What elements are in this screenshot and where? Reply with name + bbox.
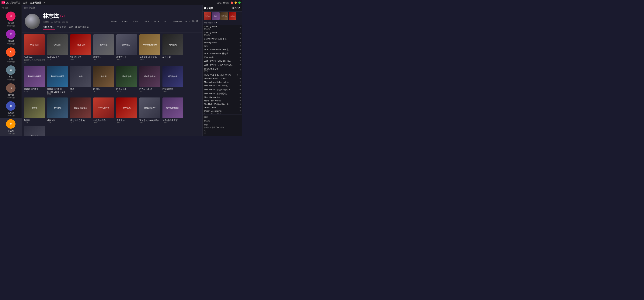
playlist-item-1[interactable]: Coming Home林志炫0 [202,31,242,37]
playlist-item-16[interactable]: Miss Mama - 蒙娜丽莎的...0 [202,92,242,96]
maximize-window-btn[interactable] [238,1,240,4]
playlist-item-10[interactable]: 追寻伦敦星空下19960 [202,67,242,73]
playlist-item-duration-9: 0 [240,64,240,66]
sidebar-artist-6[interactable]: 林林志炫22 张专辑 [0,118,22,136]
playlist-item-3[interactable]: Feeling Good0 [202,41,242,44]
album-item-9[interactable]: 如许如许2021 [70,66,91,95]
sidebar-artist-2[interactable]: 孙孙露23 张专辑 [0,46,22,64]
album-item-4[interactable]: 擦声而过 2擦声而过 22008 [116,34,137,64]
tab-more-albums[interactable]: 更多专辑 [57,25,66,30]
filter-2000s[interactable]: 2000s [121,20,128,23]
playlist-item-5[interactable]: I Can Wait Forever ONE取...0 [202,48,242,51]
tab-info[interactable]: 信息 [68,25,73,30]
filter-pop[interactable]: Pop [164,20,170,23]
sidebar-artist-1[interactable]: 邓邓咏琪22 张专辑 [0,28,22,46]
album-title-12: 时光音乐会S1 [140,88,160,90]
playlist-thumb-3[interactable]: 台北... [229,12,236,20]
artist-avatar-5: 张 [6,101,16,111]
playlist-thumb-1[interactable]: 认错 [212,12,220,20]
tab-similar[interactable]: 相似的演出者 [75,25,89,30]
playlist-item-0[interactable]: Coming Home林志炫0 [202,25,242,31]
filter-tags: 1990s · 2000s · 2010s · 2020s · None · P… [110,19,199,23]
nav-wuwei[interactable]: 文武贝 钢琴曲 [6,1,20,4]
sidebar-artist-4[interactable]: 徐徐小凤22 张专辑 [0,82,22,100]
album-cover-inner-10: 散了吧 [93,66,114,87]
album-item-15[interactable]: 瞬间永恒瞬间永恒2015 [47,97,68,124]
playlist-item-19[interactable]: The Night We Said Goodb...0 [202,102,242,106]
album-item-3[interactable]: 擦声而过擦声而过2001 [93,34,114,64]
album-item-5[interactable]: 单身情歌 超炫精单身情歌 超炫精选2008 [140,34,160,64]
playlist-item-13[interactable]: Making Love Out of Nothi...0 [202,80,242,84]
nav-add[interactable]: + [44,1,46,4]
playlist-item-sub-10: 1996 [204,70,239,72]
album-sub-0: 公视音乐万万岁电视演唱会 [24,58,45,64]
locate-btn[interactable]: 定位 [217,1,222,4]
sidebar-artist-0[interactable]: 杨杨丞琳24 张专辑 [0,10,22,28]
playlist-thumb-2[interactable]: 天天天... [220,12,228,20]
album-item-7[interactable]: 蒙娜丽莎的眼泪蒙娜丽莎的眼泪2008 [24,66,45,95]
filter-none[interactable]: None [153,20,160,23]
album-cover-17: 一个人的样子 [93,97,114,118]
playlist-item-7[interactable]: I Surrender0 [202,55,242,59]
minimize-window-btn[interactable] [234,1,237,4]
playlist-thumb-0[interactable]: 迫也... [204,12,211,20]
album-item-11[interactable]: 时光音乐会时光音乐会2023 [116,66,137,95]
album-item-13[interactable]: 时间的味道时间的味道2002 [162,66,183,95]
right-panel-tabs: 播放列表 [232,6,240,10]
playlist-item-4[interactable]: Fire0 [202,44,242,48]
close-window-btn[interactable] [231,1,233,4]
artist-name-title[interactable]: 林志炫 [223,1,229,4]
album-cover-inner-19: 至情志炫 200 [140,97,160,118]
filter-linzhixuan[interactable]: 林志炫 [191,19,199,23]
artist-avatar-inner [25,14,40,29]
album-item-12[interactable]: 时光音乐会S1时光音乐会S12021 [140,66,160,95]
filter-2010s[interactable]: 2010s [132,20,140,23]
album-item-18[interactable]: 原声之旅原声之旅2005 [116,97,137,124]
sidebar-artist-3[interactable]: 万万芳23 张专辑 [0,64,22,82]
nav-browser[interactable]: 音乐浏览器 [30,1,42,4]
album-item-20[interactable]: 追寻·伦敦星空下追寻·伦敦星空下1996 [162,97,183,124]
album-item-8[interactable]: 蒙娜丽莎的眼泪 蒙娜丽莎的眼泪 (Mona Lisa's Tear):1998 [47,66,68,95]
nav-music[interactable]: 音乐 [23,1,28,4]
album-item-0[interactable]: ONE takeONE take公视音乐万万岁电视演唱会 [24,34,45,64]
album-item-16[interactable]: 我忘了我已老去我忘了我已老去2023 [70,97,91,124]
playlist-item-title-11: FLAC 44.1 kHz, 725k, 全专辑 [204,73,236,76]
playlist-item-8[interactable]: Just For You - ONE take 公...0 [202,59,242,63]
album-item-2[interactable]: TRUE LIVTRUE LIVE1999 [70,34,91,64]
sidebar-artist-5[interactable]: 张张韶涵23 张专辑 [0,100,22,118]
album-item-19[interactable]: 至情志炫 200至情志炫 2004演唱会2004 [140,97,160,124]
sub-nav-item-0[interactable]: 演出者信息 [24,6,35,9]
artist-sub-2: 23 张专辑 [6,60,15,63]
tab-albums[interactable]: 专辑 & 统计 [43,25,55,30]
album-item-21[interactable]: 醉梦前生醉梦前生2019 [24,126,45,136]
playlist-item-2[interactable]: Easy Lover (feat. 游宇书)0 [202,37,242,41]
playlist-item-12[interactable]: Love Will Keeps Us Alive0 [202,77,242,80]
playlist-item-6[interactable]: I Can Wait Forever 林志炫...0 [202,51,242,55]
album-cover-8: 蒙娜丽莎的眼泪 [47,66,68,87]
album-item-14[interactable]: 熟情歌熟情歌2005 [24,97,45,124]
playlist-item-duration-2: 0 [240,38,240,40]
album-cover-inner-4: 擦声而过 2 [116,34,137,55]
right-tab-playlist[interactable]: 播放列表 [232,6,240,10]
playlist-item-9[interactable]: Just For You - 公视万万岁 [20...0 [202,63,242,67]
playlist-item-20[interactable]: Ocean Deep0 [202,106,242,109]
playlist-item-14[interactable]: Miss Mama - ONE take 公...0 [202,84,242,88]
album-item-17[interactable]: 一个人的样子一个人的样子1995 [93,97,114,124]
playlist-item-title-19: The Night We Said Goodb... [204,103,239,105]
album-item-10[interactable]: 散了吧散了吧2013 [93,66,114,95]
album-item-6[interactable]: 绝对收藏绝对收藏 [162,34,183,64]
filter-1990s[interactable]: 1990s [110,20,118,23]
title-bar-right: 定位 林志炫 [217,1,240,4]
playlist-item-11[interactable]: FLAC 44.1 kHz, 725k, 全专辑4:45 [202,73,242,77]
album-item-1[interactable]: ONEtake ONEtake 2.02020 [47,34,68,64]
playlist-item-22[interactable]: One of These Nights0 [202,113,242,114]
playlist-item-18[interactable]: More Than Words0 [202,99,242,102]
playlist-section-header[interactable]: 最多播放曲目 ▾ [202,20,242,25]
filter-sonyhires[interactable]: sonyhires.com [172,20,188,23]
filter-2020s[interactable]: 2020s [142,20,150,23]
playlist-item-15[interactable]: Miss Mama - 公视万万岁 [20...0 [202,88,242,92]
play-artist-btn[interactable]: ▶ [60,14,65,18]
playlist-item-21[interactable]: Ocean Deep (Live)0 [202,109,242,113]
album-cover-19: 至情志炫 200 [140,97,160,118]
playlist-item-17[interactable]: Miss Mama (Live)0 [202,96,242,99]
